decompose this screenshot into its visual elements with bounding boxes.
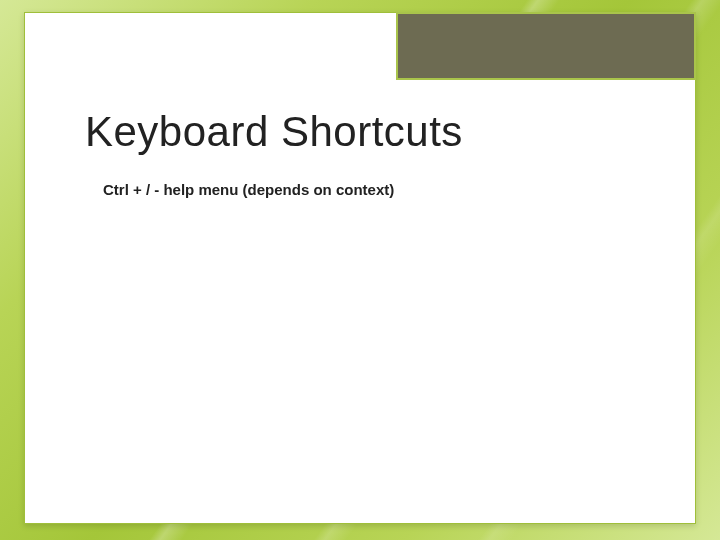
slide-body-text: Ctrl + / - help menu (depends on context… bbox=[103, 181, 394, 198]
slide-title: Keyboard Shortcuts bbox=[85, 108, 463, 156]
decorative-corner-box bbox=[396, 12, 696, 80]
slide-frame: Keyboard Shortcuts Ctrl + / - help menu … bbox=[24, 12, 696, 524]
